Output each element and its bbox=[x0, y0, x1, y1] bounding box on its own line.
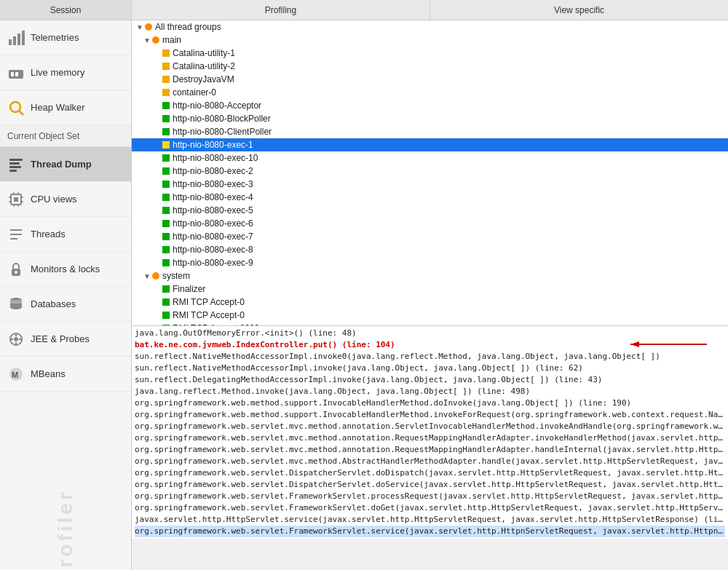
sidebar-item-current-object-set[interactable]: Current Object Set bbox=[0, 125, 131, 147]
thread-icon bbox=[162, 181, 170, 188]
thread-icon bbox=[162, 50, 170, 57]
thread-dump-icon bbox=[7, 156, 25, 173]
thread-label: RMI TCP Accept-0 bbox=[173, 310, 245, 320]
tree-thread-rmi-accept-0b[interactable]: RMI TCP Accept-0 bbox=[132, 309, 728, 322]
stack-line-15: org.springframework.web.servlet.Framewor… bbox=[135, 502, 725, 514]
svg-rect-6 bbox=[15, 72, 18, 76]
tree-thread-exec-2[interactable]: http-nio-8080-exec-2 bbox=[132, 165, 728, 178]
tree-thread-exec-3[interactable]: http-nio-8080-exec-3 bbox=[132, 178, 728, 191]
thread-icon bbox=[162, 233, 170, 240]
tree-thread-exec-4[interactable]: http-nio-8080-exec-4 bbox=[132, 191, 728, 204]
thread-running-icon: ⚡ bbox=[162, 141, 170, 149]
thread-label: http-nio-8080-Acceptor bbox=[173, 100, 261, 111]
tree-thread-finalizer[interactable]: Finalizer bbox=[132, 282, 728, 296]
tree-thread-acceptor[interactable]: http-nio-8080-Acceptor bbox=[132, 99, 728, 112]
svg-point-7 bbox=[10, 102, 20, 112]
sidebar-item-telemetries[interactable]: Telemetries bbox=[0, 20, 131, 55]
tree-thread-destroyjavavm[interactable]: DestroyJavaVM bbox=[132, 73, 728, 86]
sidebar-item-live-memory[interactable]: Live memory bbox=[0, 55, 131, 90]
stack-trace-panel[interactable]: java.lang.OutOfMemoryError.<init>() (lin… bbox=[132, 326, 728, 539]
tree-thread-exec-1[interactable]: ⚡ http-nio-8080-exec-1 bbox=[132, 138, 728, 151]
tree-thread-blockpoller[interactable]: http-nio-8080-BlockPoller bbox=[132, 112, 728, 125]
tree-root-label: All thread groups bbox=[155, 22, 221, 32]
thread-icon bbox=[162, 115, 170, 122]
sidebar-item-heap-walker[interactable]: Heap Walker bbox=[0, 90, 131, 125]
svg-text:M: M bbox=[12, 371, 18, 379]
tree-thread-container-0[interactable]: container-0 bbox=[132, 86, 728, 99]
tree-group-system-label: system bbox=[162, 271, 190, 281]
thread-label: http-nio-8080-exec-10 bbox=[173, 153, 258, 163]
tree-thread-exec-8[interactable]: http-nio-8080-exec-8 bbox=[132, 243, 728, 256]
stack-line-13: org.springframework.web.servlet.Dispatch… bbox=[135, 479, 725, 491]
thread-label: Finalizer bbox=[173, 284, 205, 294]
stack-line-12: org.springframework.web.servlet.Dispatch… bbox=[135, 467, 725, 479]
thread-label: http-nio-8080-exec-9 bbox=[173, 258, 253, 268]
thread-label: http-nio-8080-exec-3 bbox=[173, 179, 253, 189]
mbeans-icon: M bbox=[7, 365, 25, 383]
tree-thread-exec-6[interactable]: http-nio-8080-exec-6 bbox=[132, 217, 728, 230]
thread-label: http-nio-8080-ClientPoller bbox=[173, 127, 272, 137]
tree-group-system[interactable]: ▼ system bbox=[132, 269, 728, 282]
thread-label: http-nio-8080-exec-2 bbox=[173, 166, 253, 176]
profiling-tab[interactable]: Profiling bbox=[132, 0, 430, 20]
sidebar-item-monitors-locks[interactable]: Monitors & locks bbox=[0, 252, 131, 287]
threads-icon bbox=[7, 226, 25, 243]
svg-rect-14 bbox=[14, 197, 18, 202]
stack-line-9: org.springframework.web.servlet.mvc.meth… bbox=[135, 432, 725, 444]
databases-icon bbox=[7, 296, 25, 313]
sidebar-label-mbeans: MBeans bbox=[31, 368, 66, 379]
thread-label: http-nio-8080-exec-8 bbox=[173, 245, 253, 255]
tree-thread-clientpoller[interactable]: http-nio-8080-ClientPoller bbox=[132, 125, 728, 138]
session-tab[interactable]: Session bbox=[0, 0, 132, 20]
sidebar-item-jee-probes[interactable]: JEE & Probes bbox=[0, 322, 131, 357]
thread-icon bbox=[162, 259, 170, 266]
tree-group-main[interactable]: ▼ main bbox=[132, 33, 728, 47]
svg-point-27 bbox=[15, 271, 17, 274]
arrow-annotation bbox=[623, 339, 711, 351]
tree-thread-catalina-utility-1[interactable]: Catalina-utility-1 bbox=[132, 47, 728, 60]
svg-rect-2 bbox=[17, 33, 20, 45]
stack-line-6: org.springframework.web.method.support.I… bbox=[135, 397, 725, 409]
sidebar-item-thread-dump[interactable]: Thread Dump bbox=[0, 147, 131, 182]
thread-tree[interactable]: ▼ All thread groups ▼ main Catalina-util… bbox=[132, 20, 728, 326]
sidebar-item-cpu-views[interactable]: CPU views bbox=[0, 182, 131, 217]
thread-icon bbox=[162, 220, 170, 227]
stack-line-4: sun.reflect.DelegatingMethodAccessorImpl… bbox=[135, 374, 725, 386]
stack-line-3: sun.reflect.NativeMethodAccessorImpl.inv… bbox=[135, 363, 725, 374]
stack-line-14: org.springframework.web.servlet.Framewor… bbox=[135, 491, 725, 502]
heap-walker-icon bbox=[7, 99, 25, 116]
sidebar-item-threads[interactable]: Threads bbox=[0, 217, 131, 252]
tree-thread-exec-9[interactable]: http-nio-8080-exec-9 bbox=[132, 256, 728, 269]
thread-icon bbox=[162, 63, 170, 70]
sidebar-item-mbeans[interactable]: M MBeans bbox=[0, 357, 131, 392]
svg-rect-12 bbox=[9, 170, 17, 172]
thread-label: Catalina-utility-2 bbox=[173, 61, 235, 71]
tree-root[interactable]: ▼ All thread groups bbox=[132, 20, 728, 33]
sidebar-label-heap-walker: Heap Walker bbox=[31, 102, 85, 113]
sidebar-item-databases[interactable]: Databases bbox=[0, 287, 131, 322]
root-icon bbox=[145, 23, 152, 31]
tree-thread-rmi-accept-0a[interactable]: RMI TCP Accept-0 bbox=[132, 296, 728, 309]
svg-rect-10 bbox=[9, 162, 20, 165]
telemetry-icon bbox=[7, 29, 25, 47]
thread-label: http-nio-8080-exec-4 bbox=[173, 192, 253, 202]
tree-thread-exec-5[interactable]: http-nio-8080-exec-5 bbox=[132, 204, 728, 217]
view-specific-tab[interactable]: View specific bbox=[430, 0, 728, 20]
cpu-icon bbox=[7, 191, 25, 208]
group-main-icon bbox=[152, 36, 159, 44]
thread-icon bbox=[162, 167, 170, 175]
tree-thread-catalina-utility-2[interactable]: Catalina-utility-2 bbox=[132, 60, 728, 73]
thread-icon bbox=[162, 128, 170, 135]
svg-rect-1 bbox=[13, 36, 16, 45]
thread-icon bbox=[162, 102, 170, 109]
tree-thread-exec-10[interactable]: http-nio-8080-exec-10 bbox=[132, 151, 728, 165]
stack-line-1: bat.ke.ne.com.jvmweb.IndexController.put… bbox=[135, 339, 725, 351]
thread-label: http-nio-8080-BlockPoller bbox=[173, 114, 271, 124]
tree-thread-exec-7[interactable]: http-nio-8080-exec-7 bbox=[132, 230, 728, 243]
jee-icon bbox=[7, 330, 25, 348]
stack-line-10: org.springframework.web.servlet.mvc.meth… bbox=[135, 444, 725, 456]
thread-label: RMI TCP Accept-0 bbox=[173, 297, 245, 307]
thread-label: http-nio-8080-exec-7 bbox=[173, 231, 253, 242]
sidebar: Telemetries Live memory Heap Walker bbox=[0, 20, 132, 570]
thread-icon bbox=[162, 154, 170, 162]
